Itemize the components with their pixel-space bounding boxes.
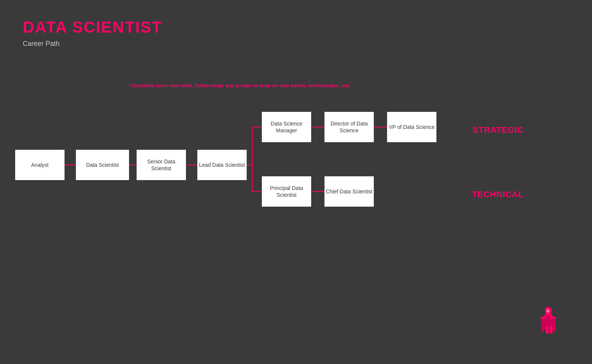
vp-of-data-science-box: VP of Data Science	[387, 112, 436, 142]
principal-data-scientist-box: Principal Data Scientist	[262, 176, 311, 207]
page-subtitle: Career Path	[23, 40, 60, 48]
senior-data-scientist-box: Senior Data Scientist	[137, 150, 186, 180]
data-scientist-box: Data Scientist	[76, 150, 129, 180]
director-of-data-science-box: Director of Data Science	[324, 112, 374, 142]
page-title: DATA SCIENTIST	[23, 18, 162, 36]
svg-text:G: G	[546, 309, 549, 313]
technical-label: TECHNICAL	[472, 190, 524, 199]
tagline-text: Constantly learn new skills, follow blog…	[129, 83, 350, 88]
hero-logo-icon: G	[535, 306, 562, 340]
svg-rect-12	[546, 326, 549, 334]
data-science-manager-box: Data Science Manager	[262, 112, 311, 142]
chief-data-scientist-box: Chief Data Scientist	[324, 176, 374, 207]
svg-rect-13	[549, 326, 553, 334]
strategic-label: STRATEGIC	[473, 125, 524, 135]
lead-data-scientist-box: Lead Data Scientist	[197, 150, 247, 180]
analyst-box: Analyst	[15, 150, 65, 180]
logo-area: G	[535, 306, 562, 341]
